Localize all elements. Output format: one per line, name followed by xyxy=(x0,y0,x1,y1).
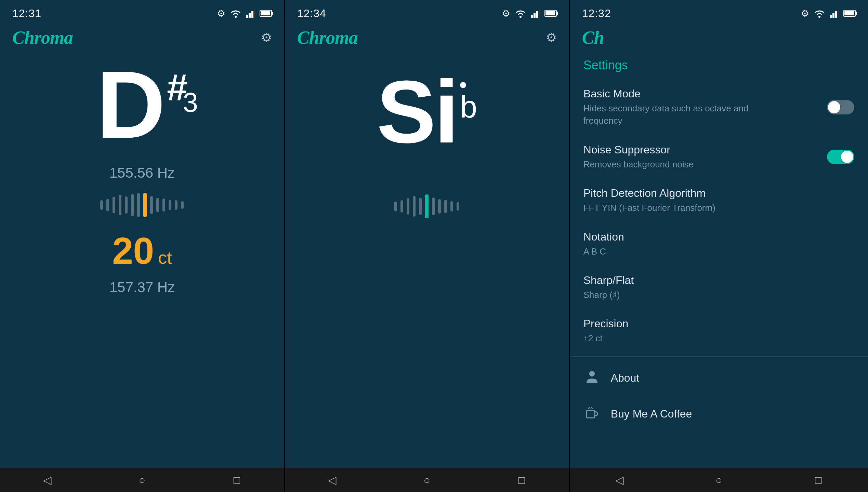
app-header-3: Ch xyxy=(570,24,868,51)
status-bar-2: 12:34 ⚙ xyxy=(285,0,569,24)
notation-desc: A B C xyxy=(583,245,624,258)
svg-rect-4 xyxy=(254,9,255,18)
settings-item-sharp-flat[interactable]: Sharp/Flat Sharp (♯) xyxy=(570,266,868,309)
bar xyxy=(125,196,128,214)
center-bar-2 xyxy=(425,194,429,218)
back-button-1[interactable]: ◁ xyxy=(34,472,61,489)
bar xyxy=(156,198,159,212)
settings-item-noise-suppressor[interactable]: Noise Suppressor Removes background nois… xyxy=(570,135,868,179)
cents-unit-1: ct xyxy=(158,247,172,268)
note-octave-1: 3 xyxy=(183,89,198,116)
bar xyxy=(413,196,416,217)
wifi-icon-1 xyxy=(229,9,242,18)
settings-item-pitch-detection[interactable]: Pitch Detection Algorithm FFT YIN (Fast … xyxy=(570,179,868,222)
bar xyxy=(119,195,121,215)
signal-icon-3 xyxy=(830,9,839,18)
bar xyxy=(400,200,403,213)
cents-display-1: 20 ct xyxy=(112,229,172,272)
bar xyxy=(137,193,140,217)
svg-rect-13 xyxy=(835,11,837,18)
dot-accent-2 xyxy=(460,82,466,88)
note-letter-1: D xyxy=(96,62,166,148)
home-button-3[interactable]: ○ xyxy=(705,472,733,489)
bar xyxy=(457,202,459,210)
app-header-2: Chroma ⚙ xyxy=(285,24,569,51)
time-1: 12:31 xyxy=(12,7,41,20)
settings-button-1[interactable]: ⚙ xyxy=(261,30,272,45)
tuner-bars-2 xyxy=(285,193,569,220)
back-button-2[interactable]: ◁ xyxy=(318,472,346,489)
svg-rect-9 xyxy=(539,9,540,18)
basic-mode-toggle[interactable] xyxy=(827,100,854,114)
time-3: 12:32 xyxy=(582,7,611,20)
settings-button-2[interactable]: ⚙ xyxy=(546,30,557,45)
bar xyxy=(162,199,165,211)
recents-button-2[interactable]: □ xyxy=(508,472,535,489)
note-display-1: D # 3 155.56 Hz xyxy=(0,51,284,468)
coffee-icon xyxy=(583,406,601,422)
toggle-thumb xyxy=(828,101,840,113)
svg-point-10 xyxy=(818,16,820,18)
settings-item-notation[interactable]: Notation A B C xyxy=(570,222,868,266)
about-label: About xyxy=(611,372,640,384)
svg-rect-16 xyxy=(587,410,595,418)
status-icons-3: ⚙ xyxy=(801,8,856,19)
bar xyxy=(150,196,153,214)
note-display-2: Si b xyxy=(285,51,569,468)
battery-icon-3 xyxy=(843,10,856,17)
noise-suppressor-desc: Removes background noise xyxy=(583,158,694,170)
sharp-flat-label: Sharp/Flat xyxy=(583,274,634,287)
bar xyxy=(113,197,115,213)
bar xyxy=(181,201,184,209)
note-flat-2: b xyxy=(460,92,477,122)
coffee-label: Buy Me A Coffee xyxy=(611,408,692,420)
home-button-1[interactable]: ○ xyxy=(128,472,156,489)
about-icon xyxy=(583,370,601,386)
nav-bar-1: ◁ ○ □ xyxy=(0,468,284,492)
note-frequency-1: 155.56 Hz xyxy=(109,165,175,181)
app-logo-1: Chroma xyxy=(12,27,73,48)
settings-action-about[interactable]: About xyxy=(570,360,868,396)
precision-desc: ±2 ct xyxy=(583,332,629,344)
recents-button-3[interactable]: □ xyxy=(805,472,832,489)
settings-item-basic-mode[interactable]: Basic Mode Hides secondary data such as … xyxy=(570,79,868,135)
center-bar-1 xyxy=(143,193,147,217)
note-letter-2: Si xyxy=(377,72,457,152)
status-bar-1: 12:31 ⚙ xyxy=(0,0,284,24)
wifi-icon-3 xyxy=(813,9,826,18)
noise-suppressor-toggle[interactable] xyxy=(827,150,854,164)
svg-point-15 xyxy=(589,371,595,377)
screen-2: 12:34 ⚙ xyxy=(284,0,570,468)
sharp-flat-desc: Sharp (♯) xyxy=(583,289,634,301)
bar xyxy=(100,200,103,210)
note-main-1: D # 3 xyxy=(96,62,188,148)
svg-rect-3 xyxy=(251,11,253,18)
bar xyxy=(407,198,409,215)
basic-mode-desc: Hides secondary data such as octave and … xyxy=(583,102,775,127)
back-button-3[interactable]: ◁ xyxy=(606,472,633,489)
home-button-2[interactable]: ○ xyxy=(413,472,440,489)
pitch-detection-label: Pitch Detection Algorithm xyxy=(583,187,715,200)
status-icons-2: ⚙ xyxy=(502,8,557,19)
settings-panel: Settings Basic Mode Hides secondary data… xyxy=(570,51,868,468)
settings-action-coffee[interactable]: Buy Me A Coffee xyxy=(570,396,868,432)
svg-point-0 xyxy=(235,16,237,18)
signal-icon-2 xyxy=(531,9,540,18)
svg-rect-7 xyxy=(534,13,536,18)
gear-status-icon-2: ⚙ xyxy=(502,8,510,19)
signal-icon-1 xyxy=(246,9,255,18)
bar xyxy=(419,198,422,215)
precision-label: Precision xyxy=(583,317,629,330)
pitch-detection-desc: FFT YIN (Fast Fourier Transform) xyxy=(583,202,715,214)
svg-rect-12 xyxy=(832,13,834,18)
bar xyxy=(175,200,177,210)
nav-container: ◁ ○ □ ◁ ○ □ ◁ ○ □ xyxy=(0,468,868,492)
settings-item-precision[interactable]: Precision ±2 ct xyxy=(570,309,868,353)
bar xyxy=(131,194,134,216)
svg-rect-11 xyxy=(830,15,832,18)
svg-rect-14 xyxy=(838,9,839,18)
bar xyxy=(450,201,453,211)
battery-icon-1 xyxy=(260,10,272,17)
recents-button-1[interactable]: □ xyxy=(223,472,250,489)
app-logo-2: Chroma xyxy=(297,27,358,48)
